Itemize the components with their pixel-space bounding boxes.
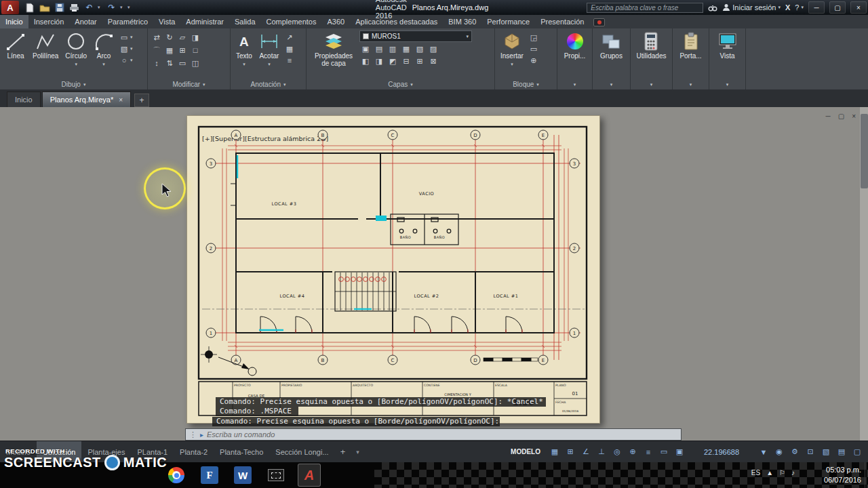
panel-label-dibujo[interactable]: Dibujo▾: [0, 79, 147, 89]
hatch-tool-icon[interactable]: ▧: [118, 43, 130, 54]
customization-icon[interactable]: ▢: [850, 447, 864, 456]
ribbon-tab-complementos[interactable]: Complementos: [261, 15, 322, 28]
utilidades-button[interactable]: Utilidades: [634, 30, 669, 60]
redo-caret-icon[interactable]: ▾: [120, 5, 125, 10]
ellipse-tool-icon[interactable]: ○: [118, 55, 130, 66]
layer-tool-icon[interactable]: ▣: [359, 43, 372, 54]
snap-icon[interactable]: ⊞: [564, 447, 577, 456]
chrome-icon[interactable]: [165, 464, 188, 487]
textstyle-tool-icon[interactable]: ≡: [283, 55, 296, 66]
panel-label-capas[interactable]: Capas▾: [307, 79, 494, 89]
join-icon[interactable]: ◫: [189, 58, 201, 68]
ribbon-tab-presentacion[interactable]: Presentación: [535, 15, 589, 28]
rectangle-tool-icon[interactable]: ▭: [118, 32, 130, 43]
signin-button[interactable]: Iniciar sesión ▾: [722, 3, 781, 12]
workspace-icon[interactable]: ◉: [772, 447, 786, 456]
word-icon[interactable]: W: [231, 464, 254, 487]
open-file-button[interactable]: [38, 2, 51, 14]
minimize-button[interactable]: ─: [808, 1, 825, 14]
panel-label-portapapeles[interactable]: ▾: [673, 79, 709, 89]
rect-caret-icon[interactable]: ▾: [130, 35, 133, 40]
clean-screen-icon[interactable]: ▤: [835, 447, 848, 456]
explode-icon[interactable]: ▭: [176, 58, 189, 68]
stretch-icon[interactable]: ↕: [151, 58, 163, 68]
panel-label-grupos[interactable]: ▾: [593, 79, 630, 89]
volume-icon[interactable]: ♪: [791, 469, 795, 476]
layer-tool-icon[interactable]: ▦: [400, 43, 412, 54]
layer-tool-icon[interactable]: ⊞: [414, 56, 426, 66]
scale-icon[interactable]: ⇅: [163, 58, 176, 68]
infocenter-search-input[interactable]: [587, 3, 703, 13]
modelo-toggle-button[interactable]: MODELO: [505, 448, 546, 455]
selection-cycling-icon[interactable]: ▣: [673, 447, 686, 456]
panel-label-anotacion[interactable]: Anotación▾: [231, 79, 306, 89]
layer-tool-icon[interactable]: ▤: [373, 43, 385, 54]
block-more-icon[interactable]: ⊕: [528, 55, 540, 66]
isodraft-icon[interactable]: ◎: [610, 447, 624, 456]
media-record-icon[interactable]: [593, 18, 605, 26]
ribbon-tab-administrar[interactable]: Administrar: [180, 15, 229, 28]
language-indicator[interactable]: ES: [751, 469, 760, 476]
fillet-icon[interactable]: ⌒: [151, 45, 163, 56]
edit-attribute-icon[interactable]: ▭: [528, 43, 540, 54]
help-button[interactable]: ?▾: [795, 3, 804, 12]
panel-label-bloque[interactable]: Bloque▾: [495, 79, 557, 89]
layer-tool-icon[interactable]: ▧: [414, 43, 426, 54]
layer-tool-icon[interactable]: ⊟: [400, 56, 412, 66]
layout-tab-planta-2[interactable]: Planta-2: [174, 441, 214, 462]
insertar-button[interactable]: Insertar ▾: [498, 30, 526, 68]
tab-close-icon[interactable]: ×: [119, 96, 123, 104]
ribbon-tab-anotar[interactable]: Anotar: [69, 15, 102, 28]
maximize-button[interactable]: ▢: [829, 1, 846, 14]
scrollbar-thumb[interactable]: [861, 114, 868, 188]
search-binoculars-icon[interactable]: [708, 4, 717, 12]
redo-button[interactable]: ↷: [105, 2, 118, 14]
hardware-accel-icon[interactable]: ▧: [819, 447, 833, 456]
ribbon-tab-parametrico[interactable]: Paramétrico: [102, 15, 153, 28]
layout-tab-seccion[interactable]: Sección Longi...: [269, 441, 334, 462]
grupos-button[interactable]: Grupos: [597, 30, 625, 60]
autocad-taskbar-icon[interactable]: A: [298, 464, 321, 487]
plot-button[interactable]: [68, 2, 81, 14]
ribbon-tab-bim360[interactable]: BIM 360: [443, 15, 481, 28]
edit-block-icon[interactable]: ◲: [528, 32, 540, 43]
capture-tool-icon[interactable]: [264, 464, 288, 487]
file-tab-document[interactable]: Planos Arq.Mireya* ×: [42, 92, 131, 107]
arco-button[interactable]: Arco ▾: [91, 30, 117, 68]
doc-restore-icon[interactable]: ▢: [838, 113, 844, 120]
layout-overflow-icon[interactable]: ▾: [351, 441, 365, 462]
new-file-button[interactable]: [23, 2, 36, 14]
show-desktop-button[interactable]: [865, 462, 868, 488]
new-layout-button[interactable]: +: [335, 441, 351, 462]
lineweight-icon[interactable]: ≡: [642, 448, 655, 456]
texto-button[interactable]: A Texto ▾: [233, 30, 255, 68]
ribbon-tab-vista[interactable]: Vista: [153, 15, 180, 28]
layer-tool-icon[interactable]: ◨: [373, 56, 385, 66]
ortho-icon[interactable]: ⊥: [595, 447, 608, 456]
close-button[interactable]: ×: [850, 1, 867, 14]
exchange-apps-button[interactable]: X: [785, 3, 790, 12]
taskbar-clock[interactable]: 05:03 p.m. 06/07/2016: [824, 465, 861, 485]
new-tab-button[interactable]: +: [134, 94, 149, 107]
grid-icon[interactable]: ▦: [548, 447, 561, 456]
layout-paper[interactable]: [+][Superior][Estructura alámbrica 2D]: [186, 115, 600, 424]
panel-label-modificar[interactable]: Modificar▾: [148, 79, 230, 89]
file-tab-inicio[interactable]: Inicio: [7, 92, 41, 107]
move-icon[interactable]: ⇄: [151, 32, 163, 43]
layer-tool-icon[interactable]: ▨: [427, 43, 439, 54]
ribbon-tab-inicio[interactable]: Inicio: [0, 15, 28, 28]
layer-tool-icon[interactable]: ◧: [359, 56, 372, 66]
isolate-objects-icon[interactable]: ⊡: [804, 447, 817, 456]
rotate-icon[interactable]: ↻: [163, 32, 176, 43]
propiedades-button[interactable]: Propi...: [561, 30, 589, 60]
ribbon-tab-a360[interactable]: A360: [322, 15, 351, 28]
ribbon-tab-insercion[interactable]: Inserción: [28, 15, 70, 28]
layer-select[interactable]: MUROS1 ▾: [359, 30, 472, 42]
circulo-button[interactable]: Círculo ▾: [62, 30, 90, 68]
hatch-caret-icon[interactable]: ▾: [130, 46, 133, 52]
autocad-logo-icon[interactable]: A: [1, 1, 19, 14]
undo-button[interactable]: ↶: [83, 2, 96, 14]
acotar-button[interactable]: Acotar ▾: [256, 30, 282, 68]
panel-label-vista[interactable]: ▾: [709, 79, 745, 89]
tray-expand-icon[interactable]: ▲: [766, 469, 773, 476]
